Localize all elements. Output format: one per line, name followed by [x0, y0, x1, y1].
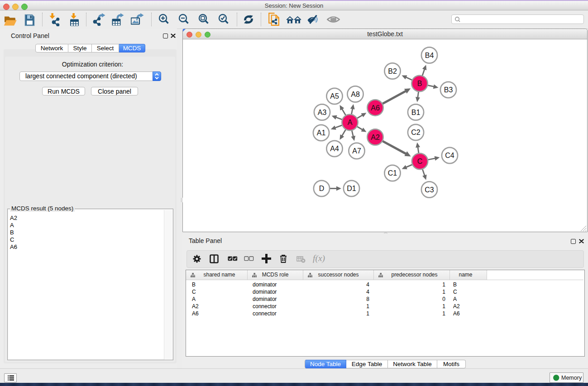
svg-text:B: B	[417, 80, 422, 87]
svg-text:C1: C1	[388, 169, 397, 177]
svg-text:D: D	[319, 185, 325, 192]
svg-text:D1: D1	[347, 185, 356, 192]
svg-text:A2: A2	[371, 133, 380, 141]
svg-text:C4: C4	[445, 152, 454, 159]
svg-text:A1: A1	[317, 129, 326, 137]
svg-text:C3: C3	[425, 186, 434, 194]
svg-text:B4: B4	[425, 52, 434, 59]
svg-text:f(x): f(x)	[313, 254, 325, 263]
svg-text:A3: A3	[318, 109, 327, 116]
svg-text:B3: B3	[444, 86, 453, 94]
svg-text:C: C	[417, 157, 423, 165]
svg-text:B1: B1	[411, 109, 421, 116]
svg-text:C2: C2	[411, 129, 421, 136]
svg-text:A7: A7	[352, 147, 361, 155]
svg-text:A6: A6	[371, 104, 380, 112]
svg-text:A8: A8	[351, 91, 360, 98]
svg-text:A4: A4	[330, 145, 339, 152]
svg-text:A5: A5	[330, 92, 339, 100]
svg-text:A: A	[348, 119, 353, 126]
svg-text:B2: B2	[388, 67, 397, 75]
